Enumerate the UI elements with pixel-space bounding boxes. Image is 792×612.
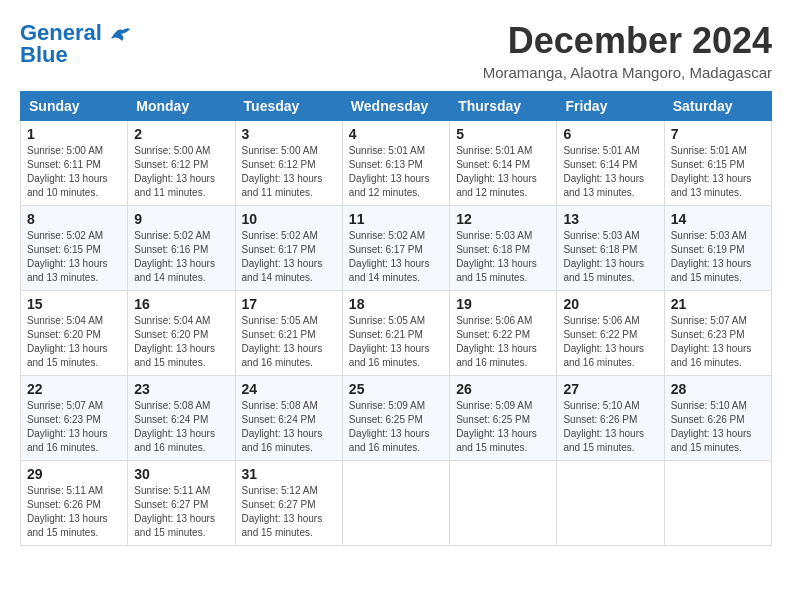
day-info: Sunrise: 5:10 AMSunset: 6:26 PMDaylight:… xyxy=(671,399,765,455)
day-number: 16 xyxy=(134,296,228,312)
day-number: 21 xyxy=(671,296,765,312)
day-number: 29 xyxy=(27,466,121,482)
calendar-day-cell: 20 Sunrise: 5:06 AMSunset: 6:22 PMDaylig… xyxy=(557,291,664,376)
day-info: Sunrise: 5:07 AMSunset: 6:23 PMDaylight:… xyxy=(671,314,765,370)
day-number: 18 xyxy=(349,296,443,312)
calendar-day-header: Saturday xyxy=(664,92,771,121)
day-info: Sunrise: 5:04 AMSunset: 6:20 PMDaylight:… xyxy=(134,314,228,370)
logo: General Blue xyxy=(20,20,131,68)
calendar-day-cell: 6 Sunrise: 5:01 AMSunset: 6:14 PMDayligh… xyxy=(557,121,664,206)
day-info: Sunrise: 5:00 AMSunset: 6:12 PMDaylight:… xyxy=(242,144,336,200)
day-number: 31 xyxy=(242,466,336,482)
day-info: Sunrise: 5:02 AMSunset: 6:16 PMDaylight:… xyxy=(134,229,228,285)
day-info: Sunrise: 5:09 AMSunset: 6:25 PMDaylight:… xyxy=(456,399,550,455)
day-number: 20 xyxy=(563,296,657,312)
calendar-day-header: Sunday xyxy=(21,92,128,121)
location-title: Moramanga, Alaotra Mangoro, Madagascar xyxy=(483,64,772,81)
calendar-day-cell: 2 Sunrise: 5:00 AMSunset: 6:12 PMDayligh… xyxy=(128,121,235,206)
day-info: Sunrise: 5:01 AMSunset: 6:14 PMDaylight:… xyxy=(456,144,550,200)
day-info: Sunrise: 5:01 AMSunset: 6:14 PMDaylight:… xyxy=(563,144,657,200)
day-number: 10 xyxy=(242,211,336,227)
calendar-day-header: Friday xyxy=(557,92,664,121)
day-number: 3 xyxy=(242,126,336,142)
calendar-day-cell: 31 Sunrise: 5:12 AMSunset: 6:27 PMDaylig… xyxy=(235,461,342,546)
calendar-day-cell: 8 Sunrise: 5:02 AMSunset: 6:15 PMDayligh… xyxy=(21,206,128,291)
calendar-day-cell: 23 Sunrise: 5:08 AMSunset: 6:24 PMDaylig… xyxy=(128,376,235,461)
calendar-day-cell: 7 Sunrise: 5:01 AMSunset: 6:15 PMDayligh… xyxy=(664,121,771,206)
calendar-day-header: Thursday xyxy=(450,92,557,121)
day-number: 2 xyxy=(134,126,228,142)
calendar-day-cell xyxy=(557,461,664,546)
calendar-day-cell: 17 Sunrise: 5:05 AMSunset: 6:21 PMDaylig… xyxy=(235,291,342,376)
calendar-week-row: 22 Sunrise: 5:07 AMSunset: 6:23 PMDaylig… xyxy=(21,376,772,461)
day-info: Sunrise: 5:09 AMSunset: 6:25 PMDaylight:… xyxy=(349,399,443,455)
day-info: Sunrise: 5:03 AMSunset: 6:18 PMDaylight:… xyxy=(563,229,657,285)
day-number: 22 xyxy=(27,381,121,397)
day-info: Sunrise: 5:05 AMSunset: 6:21 PMDaylight:… xyxy=(242,314,336,370)
calendar-day-header: Monday xyxy=(128,92,235,121)
calendar-day-cell: 13 Sunrise: 5:03 AMSunset: 6:18 PMDaylig… xyxy=(557,206,664,291)
calendar-day-cell: 28 Sunrise: 5:10 AMSunset: 6:26 PMDaylig… xyxy=(664,376,771,461)
month-title: December 2024 xyxy=(483,20,772,62)
logo-blue-text: Blue xyxy=(20,42,68,68)
day-number: 26 xyxy=(456,381,550,397)
calendar-day-cell: 18 Sunrise: 5:05 AMSunset: 6:21 PMDaylig… xyxy=(342,291,449,376)
calendar-day-header: Wednesday xyxy=(342,92,449,121)
day-info: Sunrise: 5:01 AMSunset: 6:15 PMDaylight:… xyxy=(671,144,765,200)
day-number: 24 xyxy=(242,381,336,397)
day-number: 9 xyxy=(134,211,228,227)
calendar-day-cell: 26 Sunrise: 5:09 AMSunset: 6:25 PMDaylig… xyxy=(450,376,557,461)
title-section: December 2024 Moramanga, Alaotra Mangoro… xyxy=(483,20,772,81)
calendar-day-cell xyxy=(664,461,771,546)
day-number: 25 xyxy=(349,381,443,397)
day-number: 23 xyxy=(134,381,228,397)
calendar-day-cell: 3 Sunrise: 5:00 AMSunset: 6:12 PMDayligh… xyxy=(235,121,342,206)
calendar-day-cell: 16 Sunrise: 5:04 AMSunset: 6:20 PMDaylig… xyxy=(128,291,235,376)
day-info: Sunrise: 5:06 AMSunset: 6:22 PMDaylight:… xyxy=(563,314,657,370)
day-number: 28 xyxy=(671,381,765,397)
day-number: 15 xyxy=(27,296,121,312)
day-info: Sunrise: 5:11 AMSunset: 6:27 PMDaylight:… xyxy=(134,484,228,540)
day-info: Sunrise: 5:07 AMSunset: 6:23 PMDaylight:… xyxy=(27,399,121,455)
calendar-day-cell xyxy=(450,461,557,546)
day-number: 27 xyxy=(563,381,657,397)
day-number: 7 xyxy=(671,126,765,142)
calendar-week-row: 1 Sunrise: 5:00 AMSunset: 6:11 PMDayligh… xyxy=(21,121,772,206)
day-info: Sunrise: 5:00 AMSunset: 6:12 PMDaylight:… xyxy=(134,144,228,200)
day-number: 17 xyxy=(242,296,336,312)
calendar-day-cell: 1 Sunrise: 5:00 AMSunset: 6:11 PMDayligh… xyxy=(21,121,128,206)
day-info: Sunrise: 5:03 AMSunset: 6:18 PMDaylight:… xyxy=(456,229,550,285)
day-number: 4 xyxy=(349,126,443,142)
calendar-day-cell: 11 Sunrise: 5:02 AMSunset: 6:17 PMDaylig… xyxy=(342,206,449,291)
day-number: 13 xyxy=(563,211,657,227)
calendar-day-cell: 5 Sunrise: 5:01 AMSunset: 6:14 PMDayligh… xyxy=(450,121,557,206)
day-info: Sunrise: 5:12 AMSunset: 6:27 PMDaylight:… xyxy=(242,484,336,540)
calendar-day-cell: 4 Sunrise: 5:01 AMSunset: 6:13 PMDayligh… xyxy=(342,121,449,206)
logo-bird-icon xyxy=(109,25,131,43)
calendar-day-cell: 14 Sunrise: 5:03 AMSunset: 6:19 PMDaylig… xyxy=(664,206,771,291)
calendar-day-cell: 22 Sunrise: 5:07 AMSunset: 6:23 PMDaylig… xyxy=(21,376,128,461)
calendar-day-header: Tuesday xyxy=(235,92,342,121)
day-info: Sunrise: 5:06 AMSunset: 6:22 PMDaylight:… xyxy=(456,314,550,370)
day-number: 8 xyxy=(27,211,121,227)
calendar-day-cell: 29 Sunrise: 5:11 AMSunset: 6:26 PMDaylig… xyxy=(21,461,128,546)
page-header: General Blue December 2024 Moramanga, Al… xyxy=(20,20,772,81)
calendar-week-row: 15 Sunrise: 5:04 AMSunset: 6:20 PMDaylig… xyxy=(21,291,772,376)
day-info: Sunrise: 5:04 AMSunset: 6:20 PMDaylight:… xyxy=(27,314,121,370)
calendar-day-cell: 25 Sunrise: 5:09 AMSunset: 6:25 PMDaylig… xyxy=(342,376,449,461)
day-info: Sunrise: 5:02 AMSunset: 6:17 PMDaylight:… xyxy=(242,229,336,285)
calendar-header-row: SundayMondayTuesdayWednesdayThursdayFrid… xyxy=(21,92,772,121)
day-info: Sunrise: 5:01 AMSunset: 6:13 PMDaylight:… xyxy=(349,144,443,200)
day-info: Sunrise: 5:08 AMSunset: 6:24 PMDaylight:… xyxy=(242,399,336,455)
calendar-day-cell: 15 Sunrise: 5:04 AMSunset: 6:20 PMDaylig… xyxy=(21,291,128,376)
day-number: 1 xyxy=(27,126,121,142)
calendar-day-cell xyxy=(342,461,449,546)
day-info: Sunrise: 5:05 AMSunset: 6:21 PMDaylight:… xyxy=(349,314,443,370)
calendar-day-cell: 10 Sunrise: 5:02 AMSunset: 6:17 PMDaylig… xyxy=(235,206,342,291)
day-number: 30 xyxy=(134,466,228,482)
day-number: 14 xyxy=(671,211,765,227)
calendar-day-cell: 12 Sunrise: 5:03 AMSunset: 6:18 PMDaylig… xyxy=(450,206,557,291)
calendar-day-cell: 9 Sunrise: 5:02 AMSunset: 6:16 PMDayligh… xyxy=(128,206,235,291)
day-info: Sunrise: 5:02 AMSunset: 6:15 PMDaylight:… xyxy=(27,229,121,285)
calendar-week-row: 8 Sunrise: 5:02 AMSunset: 6:15 PMDayligh… xyxy=(21,206,772,291)
